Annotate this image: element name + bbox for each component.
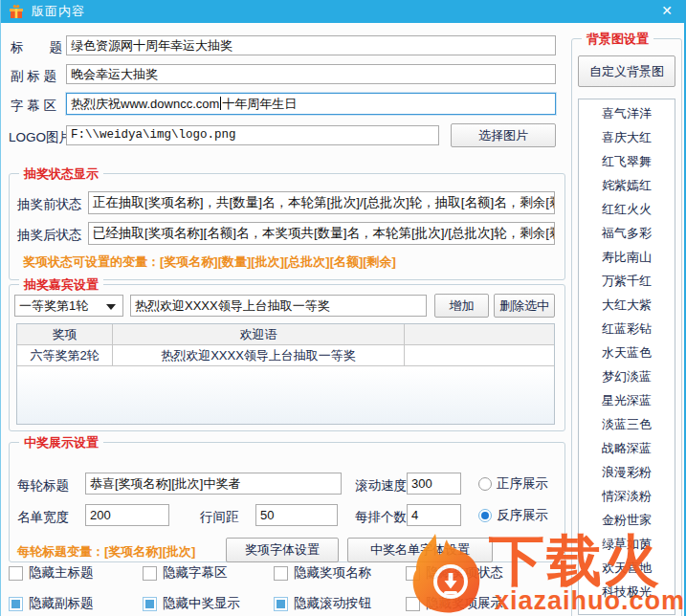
title-input[interactable]: 绿色资源网十周年幸运大抽奖 bbox=[66, 35, 556, 55]
subtitle-label: 副 标 题 bbox=[11, 68, 56, 85]
add-button[interactable]: 增加 bbox=[434, 294, 489, 318]
cell-prize: 六等奖第2轮 bbox=[17, 345, 113, 366]
guest-table-row[interactable]: 六等奖第2轮 热烈欢迎XXXX领导上台抽取一等奖 bbox=[17, 345, 554, 366]
prize-round-value: 一等奖第1轮 bbox=[19, 298, 88, 313]
order-forward-label: 正序展示 bbox=[497, 475, 548, 493]
checkbox-label: 隐藏字幕区 bbox=[163, 564, 228, 582]
order-reverse-radio[interactable]: 反序展示 bbox=[478, 507, 548, 524]
order-forward-radio[interactable]: 正序展示 bbox=[478, 475, 548, 493]
hide-main-title-checkbox[interactable]: 隐藏主标题 bbox=[9, 564, 94, 582]
theme-item[interactable]: 金粉世家 bbox=[579, 508, 675, 532]
status-variables-note: 奖项状态可设置的变量：[奖项名称][数量][批次][总批次][名额][剩余] bbox=[23, 253, 396, 271]
theme-item[interactable]: 姹紫嫣红 bbox=[579, 173, 675, 197]
hide-marquee-checkbox[interactable]: 隐藏字幕区 bbox=[143, 564, 228, 582]
header-prize: 奖项 bbox=[17, 324, 113, 345]
theme-item[interactable]: 红飞翠舞 bbox=[579, 149, 675, 173]
theme-item[interactable]: 红蓝彩钻 bbox=[579, 317, 675, 341]
list-width-input[interactable]: 200 bbox=[85, 504, 169, 526]
theme-item[interactable]: 梦幻淡蓝 bbox=[579, 364, 675, 388]
theme-item[interactable]: 星光深蓝 bbox=[579, 388, 675, 412]
choose-image-button[interactable]: 选择图片 bbox=[451, 123, 556, 147]
logo-path-input[interactable]: F:\\weidya\img\logo.png bbox=[66, 125, 439, 145]
hide-prize-show-checkbox[interactable]: 隐藏奖项展示 bbox=[406, 595, 503, 612]
hide-subtitle-checkbox[interactable]: 隐藏副标题 bbox=[9, 595, 94, 612]
scroll-speed-input[interactable]: 300 bbox=[407, 473, 461, 495]
title-label: 标 题 bbox=[11, 39, 62, 56]
welcome-message-input[interactable]: 热烈欢迎XXXX领导上台抽取一等奖 bbox=[130, 295, 427, 317]
theme-item[interactable]: 欢天喜地 bbox=[579, 556, 675, 580]
gift-icon bbox=[9, 4, 24, 19]
hide-winner-display-checkbox[interactable]: 隐藏中奖显示 bbox=[143, 595, 240, 612]
theme-item[interactable]: 福气多彩 bbox=[579, 221, 675, 245]
subtitle-input[interactable]: 晚会幸运大抽奖 bbox=[66, 64, 556, 84]
marquee-text-before: 热烈庆祝www.downcc.com bbox=[71, 97, 219, 111]
hide-prize-status-checkbox[interactable]: 隐藏奖项状态 bbox=[406, 564, 503, 582]
custom-background-button[interactable]: 自定义背景图 bbox=[578, 55, 675, 87]
checkbox-icon bbox=[143, 597, 157, 611]
prize-font-button[interactable]: 奖项字体设置 bbox=[226, 538, 339, 562]
theme-item[interactable]: 寿比南山 bbox=[579, 245, 675, 269]
line-spacing-input[interactable]: 50 bbox=[255, 504, 338, 526]
hide-scroll-button-checkbox[interactable]: 隐藏滚动按钮 bbox=[274, 595, 371, 612]
before-status-input[interactable]: 正在抽取[奖项名称]，共[数量]名，本轮第[批次]/[总批次]轮，抽取[名额]名… bbox=[88, 191, 555, 214]
round-title-label: 每轮标题 bbox=[17, 477, 69, 495]
hide-prize-name-checkbox[interactable]: 隐藏奖项名称 bbox=[274, 564, 371, 582]
guest-table-header-row: 奖项 欢迎语 bbox=[17, 324, 554, 345]
theme-item[interactable]: 绿草如茵 bbox=[579, 532, 675, 556]
per-row-label: 每排个数 bbox=[355, 509, 407, 526]
background-theme-list[interactable]: 喜气洋洋 喜庆大红 红飞翠舞 姹紫嫣红 红红火火 福气多彩 寿比南山 万紫千红 … bbox=[578, 99, 675, 615]
theme-item[interactable]: 喜气洋洋 bbox=[579, 101, 675, 125]
round-title-input[interactable]: 恭喜[奖项名称][批次]中奖者 bbox=[85, 473, 342, 495]
theme-item[interactable]: 浪漫彩粉 bbox=[579, 460, 675, 484]
radio-icon bbox=[478, 477, 492, 491]
theme-item[interactable]: 红红火火 bbox=[579, 197, 675, 221]
per-row-count-input[interactable]: 4 bbox=[407, 504, 461, 526]
checkbox-label: 隐藏奖项状态 bbox=[426, 564, 503, 582]
checkbox-icon bbox=[406, 566, 420, 581]
header-empty bbox=[405, 324, 554, 345]
checkbox-label: 隐藏奖项展示 bbox=[426, 595, 503, 612]
before-status-label: 抽奖前状态 bbox=[17, 196, 82, 213]
checkbox-icon bbox=[9, 597, 23, 611]
background-group-title: 背景图设置 bbox=[582, 31, 653, 48]
guest-group-title: 抽奖嘉宾设置 bbox=[19, 276, 103, 294]
prize-round-select[interactable]: 一等奖第1轮 bbox=[14, 295, 123, 317]
lottery-status-group: 抽奖状态显示 抽奖前状态 正在抽取[奖项名称]，共[数量]名，本轮第[批次]/[… bbox=[9, 173, 565, 280]
theme-item[interactable]: 科技极光 bbox=[579, 580, 675, 604]
checkbox-icon bbox=[274, 597, 288, 611]
theme-item[interactable]: 大红大紫 bbox=[579, 293, 675, 317]
theme-item[interactable]: 水天蓝色 bbox=[579, 341, 675, 364]
marquee-text-after: 十年周年生日 bbox=[222, 97, 297, 111]
checkbox-label: 隐藏副标题 bbox=[29, 595, 94, 612]
theme-item[interactable]: 情深淡粉 bbox=[579, 484, 675, 508]
marquee-input[interactable]: 热烈庆祝www.downcc.com十年周年生日 bbox=[66, 93, 556, 115]
cell-welcome: 热烈欢迎XXXX领导上台抽取一等奖 bbox=[113, 345, 405, 366]
guest-table: 奖项 欢迎语 六等奖第2轮 热烈欢迎XXXX领导上台抽取一等奖 bbox=[16, 323, 555, 425]
checkbox-label: 隐藏奖项名称 bbox=[294, 564, 371, 582]
scroll-speed-label: 滚动速度 bbox=[355, 477, 407, 495]
winner-font-button[interactable]: 中奖名单字体设置 bbox=[347, 538, 493, 562]
after-status-input[interactable]: 已经抽取[奖项名称][名额]名，本奖项共[数量]名，本轮第[批次]/[总批次]轮… bbox=[88, 222, 555, 245]
round-title-variables-note: 每轮标题变量：[奖项名称][批次] bbox=[17, 543, 195, 561]
theme-item[interactable]: 战略深蓝 bbox=[579, 436, 675, 460]
after-status-label: 抽奖后状态 bbox=[17, 227, 82, 244]
delete-selected-button[interactable]: 删除选中 bbox=[494, 294, 555, 318]
radio-icon bbox=[478, 509, 492, 522]
theme-item[interactable]: 淡蓝三色 bbox=[579, 412, 675, 436]
checkbox-icon bbox=[406, 597, 420, 611]
close-icon[interactable]: ✕ bbox=[661, 3, 673, 18]
theme-item[interactable]: 喜庆大红 bbox=[579, 125, 675, 149]
background-settings-group: 背景图设置 自定义背景图 喜气洋洋 喜庆大红 红飞翠舞 姹紫嫣红 红红火火 福气… bbox=[571, 38, 682, 616]
checkbox-label: 隐藏滚动按钮 bbox=[294, 595, 371, 612]
marquee-label: 字 幕 区 bbox=[11, 98, 56, 115]
titlebar: 版面内容 ✕ bbox=[1, 0, 684, 23]
cell-empty bbox=[405, 345, 554, 366]
winner-display-group: 中奖展示设置 每轮标题 恭喜[奖项名称][批次]中奖者 滚动速度 300 正序展… bbox=[9, 442, 565, 562]
checkbox-icon bbox=[9, 566, 23, 581]
order-reverse-label: 反序展示 bbox=[497, 507, 548, 524]
checkbox-label: 隐藏中奖显示 bbox=[163, 595, 240, 612]
guest-settings-group: 抽奖嘉宾设置 一等奖第1轮 热烈欢迎XXXX领导上台抽取一等奖 增加 删除选中 … bbox=[9, 284, 565, 431]
line-spacing-label: 行间距 bbox=[200, 509, 239, 526]
header-welcome: 欢迎语 bbox=[113, 324, 405, 345]
theme-item[interactable]: 万紫千红 bbox=[579, 269, 675, 293]
